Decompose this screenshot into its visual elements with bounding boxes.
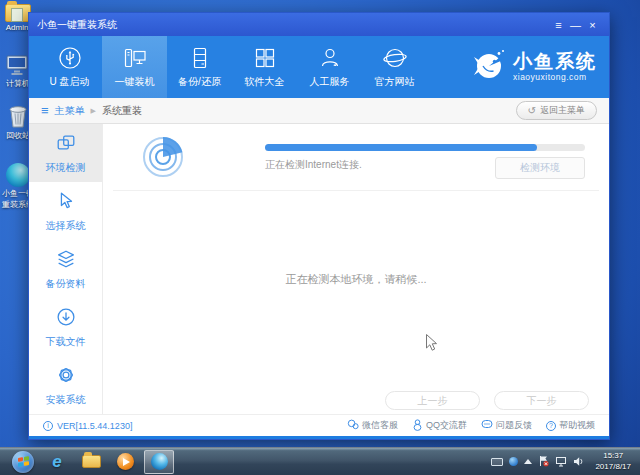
sidebar-item-label: 下载文件 bbox=[46, 335, 86, 349]
network-check-status: 正在检测Internet连接. bbox=[265, 158, 362, 172]
tray-expand-icon[interactable] bbox=[524, 459, 532, 464]
grid-icon bbox=[252, 45, 278, 71]
media-player-icon bbox=[117, 453, 134, 470]
keyboard-tray-icon[interactable] bbox=[491, 458, 503, 466]
windows-overlap-icon bbox=[55, 132, 77, 156]
chevron-right-icon: ▶ bbox=[91, 107, 96, 115]
app-tray-icon[interactable] bbox=[509, 457, 518, 466]
next-step-button[interactable]: 下一步 bbox=[494, 391, 589, 410]
gear-icon bbox=[55, 364, 77, 388]
help-video-link[interactable]: ? 帮助视频 bbox=[546, 419, 595, 433]
windows-orb-icon bbox=[12, 451, 34, 473]
info-icon: i bbox=[43, 421, 53, 431]
sidebar-item-label: 环境检测 bbox=[46, 161, 86, 175]
nav-item-label: U 盘启动 bbox=[50, 75, 90, 89]
taskbar: e 15:37 2017/8/17 bbox=[0, 447, 640, 475]
start-button[interactable] bbox=[6, 451, 40, 473]
radar-scan-icon bbox=[141, 135, 185, 183]
pc-icon bbox=[122, 45, 148, 71]
ie-icon: e bbox=[52, 452, 61, 472]
person-icon bbox=[317, 45, 343, 71]
taskbar-clock[interactable]: 15:37 2017/8/17 bbox=[590, 451, 636, 472]
brand-name: 小鱼系统 bbox=[513, 52, 597, 72]
progress-fill bbox=[265, 144, 537, 151]
nav-item-label: 官方网站 bbox=[375, 75, 415, 89]
nav-item-software[interactable]: 软件大全 bbox=[232, 36, 297, 98]
sidebar-item-download-files[interactable]: 下载文件 bbox=[29, 298, 102, 356]
nav-item-one-click-install[interactable]: 一键装机 bbox=[102, 36, 167, 98]
system-tray: 15:37 2017/8/17 bbox=[491, 451, 640, 472]
nav-item-usb-boot[interactable]: U 盘启动 bbox=[37, 36, 102, 98]
sidebar-item-select-system[interactable]: 选择系统 bbox=[29, 182, 102, 240]
clock-date: 2017/8/17 bbox=[595, 462, 631, 472]
status-bar: i VER[11.5.44.1230] 微信客服 QQ交流群 问题反馈 bbox=[29, 414, 609, 436]
download-icon bbox=[55, 306, 77, 330]
sidebar-item-install-system[interactable]: 安装系统 bbox=[29, 356, 102, 414]
breadcrumb: ≡ 主菜单 ▶ 系统重装 ↺ 返回主菜单 bbox=[29, 98, 609, 124]
volume-tray-icon[interactable] bbox=[573, 453, 584, 471]
fish-logo-icon bbox=[472, 48, 506, 86]
detect-environment-button[interactable]: 检测环境 bbox=[495, 157, 585, 179]
app-window: 小鱼一键重装系统 ≡ — × U 盘启动 一键装机 备份/还原 bbox=[28, 12, 610, 440]
action-center-flag-icon[interactable] bbox=[538, 453, 549, 471]
xiaoyu-app-icon bbox=[151, 453, 168, 470]
main-panel: 正在检测Internet连接. 检测环境 正在检测本地环境，请稍候... 上一步… bbox=[103, 124, 609, 414]
wechat-support-link[interactable]: 微信客服 bbox=[347, 419, 398, 433]
nav-item-label: 备份/还原 bbox=[178, 75, 221, 89]
wechat-icon bbox=[347, 419, 359, 432]
progress-bar bbox=[265, 144, 585, 151]
sidebar-item-label: 备份资料 bbox=[46, 277, 86, 291]
return-main-menu-button[interactable]: ↺ 返回主菜单 bbox=[516, 101, 597, 120]
taskbar-ie-button[interactable]: e bbox=[40, 452, 74, 472]
nav-item-human-service[interactable]: 人工服务 bbox=[297, 36, 362, 98]
title-bar[interactable]: 小鱼一键重装系统 ≡ — × bbox=[29, 13, 609, 36]
cursor-icon bbox=[55, 190, 77, 214]
nav-item-backup-restore[interactable]: 备份/还原 bbox=[167, 36, 232, 98]
usb-icon bbox=[57, 45, 83, 71]
sidebar-item-label: 选择系统 bbox=[46, 219, 86, 233]
local-check-status: 正在检测本地环境，请稍候... bbox=[103, 272, 609, 287]
nav-item-label: 一键装机 bbox=[115, 75, 155, 89]
nav-item-label: 人工服务 bbox=[310, 75, 350, 89]
clock-time: 15:37 bbox=[595, 451, 631, 461]
menu-button[interactable]: ≡ bbox=[550, 19, 567, 31]
top-nav: U 盘启动 一键装机 备份/还原 软件大全 人工服务 bbox=[29, 36, 609, 98]
step-sidebar: 环境检测 选择系统 备份资料 下载文件 bbox=[29, 124, 103, 414]
sidebar-item-label: 安装系统 bbox=[46, 393, 86, 407]
help-icon: ? bbox=[546, 421, 556, 431]
qq-penguin-icon bbox=[412, 419, 423, 433]
breadcrumb-current: 系统重装 bbox=[102, 104, 142, 118]
brand-logo: 小鱼系统 xiaoyuxitong.com bbox=[472, 36, 597, 98]
globe-icon bbox=[382, 45, 408, 71]
section-divider bbox=[113, 190, 599, 191]
window-bottom-edge bbox=[29, 436, 609, 439]
breadcrumb-main-menu[interactable]: 主菜单 bbox=[55, 104, 85, 118]
back-arrow-icon: ↺ bbox=[528, 105, 536, 116]
close-button[interactable]: × bbox=[584, 19, 601, 31]
network-tray-icon[interactable] bbox=[555, 453, 567, 471]
nav-item-official-site[interactable]: 官方网站 bbox=[362, 36, 427, 98]
taskbar-media-player-button[interactable] bbox=[108, 453, 142, 470]
server-icon bbox=[187, 45, 213, 71]
previous-step-button[interactable]: 上一步 bbox=[385, 391, 480, 410]
nav-item-label: 软件大全 bbox=[245, 75, 285, 89]
hamburger-icon: ≡ bbox=[41, 103, 49, 118]
version-info: i VER[11.5.44.1230] bbox=[43, 421, 132, 431]
feedback-link[interactable]: 问题反馈 bbox=[481, 419, 532, 433]
speech-bubble-icon bbox=[481, 419, 493, 432]
taskbar-explorer-button[interactable] bbox=[74, 455, 108, 468]
layers-icon bbox=[55, 248, 77, 272]
window-title: 小鱼一键重装系统 bbox=[37, 18, 117, 32]
brand-url: xiaoyuxitong.com bbox=[513, 72, 597, 82]
minimize-button[interactable]: — bbox=[567, 19, 584, 31]
mouse-cursor bbox=[425, 333, 438, 356]
sidebar-item-backup-data[interactable]: 备份资料 bbox=[29, 240, 102, 298]
qq-group-link[interactable]: QQ交流群 bbox=[412, 419, 467, 433]
sidebar-item-env-check[interactable]: 环境检测 bbox=[29, 124, 102, 182]
folder-icon bbox=[82, 455, 101, 468]
desktop: { "colors": { "accent": "#3e8ee6", "titl… bbox=[0, 0, 640, 475]
taskbar-xiaoyu-app-button[interactable] bbox=[144, 450, 174, 474]
